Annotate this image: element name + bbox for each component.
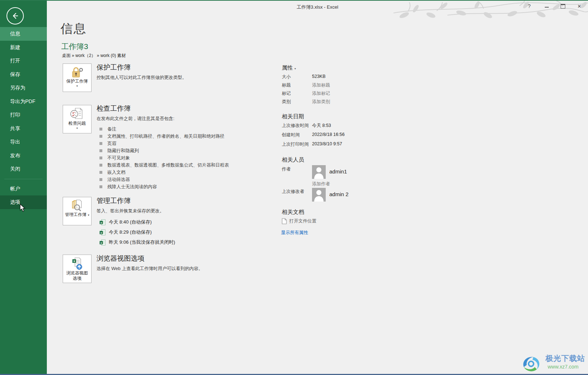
version-label: 昨天 9:06 (当我没保存就关闭时) <box>109 239 175 246</box>
related-people-label: 相关人员 <box>282 156 304 163</box>
list-item: 活动筛选器 <box>97 176 298 183</box>
list-item: 嵌入文档 <box>97 169 298 176</box>
protect-section-desc: 控制其他人可以对此工作簿所做的更改类型。 <box>97 75 284 81</box>
related-people-header: 相关人员 <box>282 156 304 164</box>
avatar <box>312 188 326 202</box>
back-arrow-icon <box>12 12 19 19</box>
property-label: 类别 <box>282 99 291 104</box>
related-documents-header: 相关文档 <box>282 208 304 216</box>
excel-file-icon: x <box>99 239 106 246</box>
list-item-label: 文档属性、打印机路径、作者的姓名、相关日期和绝对路径 <box>107 133 224 140</box>
list-item: 文档属性、打印机路径、作者的姓名、相关日期和绝对路径 <box>97 133 298 140</box>
document-icon <box>282 218 287 224</box>
workbook-name: 工作簿3 <box>61 41 88 52</box>
sidebar-item-export[interactable]: 导出 <box>0 135 47 149</box>
sidebar-item-save-as[interactable]: 另存为 <box>0 81 47 95</box>
minimize-button[interactable] <box>541 1 552 11</box>
sidebar-item-save[interactable]: 保存 <box>0 68 47 81</box>
author-label-text: 作者 <box>282 167 291 172</box>
date-row: 上次打印时间 2023/8/10 9:57 <box>282 141 309 147</box>
maximize-icon <box>561 4 565 9</box>
modifier-label: 上次修改者 <box>282 189 304 195</box>
bullet-square-icon <box>99 185 102 188</box>
sidebar-item-publish[interactable]: 发布 <box>0 149 47 163</box>
dropdown-icon: ▾ <box>294 67 296 70</box>
show-all-properties-link[interactable]: 显示所有属性 <box>281 230 308 236</box>
inspect-section-desc: 在发布此文件之前，请注意其是否包含: <box>97 116 298 122</box>
browser-view-section-title: 浏览器视图选项 <box>97 254 298 263</box>
sidebar-item-info[interactable]: 信息 <box>0 27 47 41</box>
property-row: 大小 523KB <box>282 74 291 80</box>
manage-versions-icon <box>69 199 85 212</box>
sidebar-item-account[interactable]: 帐户 <box>0 182 47 196</box>
close-button[interactable]: ✕ <box>574 1 585 11</box>
date-label: 上次打印时间 <box>282 142 309 147</box>
list-item: 备注 <box>97 125 298 133</box>
svg-text:x: x <box>101 231 102 234</box>
list-item: 隐藏行和隐藏列 <box>97 147 298 154</box>
manage-workbook-button[interactable]: 管理工作簿 ▾ <box>63 197 92 225</box>
watermark: 极光下载站 www.xz7.com <box>521 353 585 373</box>
watermark-site-name: 极光下载站 <box>545 353 585 363</box>
person-silhouette-icon <box>312 188 326 202</box>
sidebar-item-export-pdf[interactable]: 导出为PDF <box>0 95 47 109</box>
open-file-location-link[interactable]: 打开文件位置 <box>282 218 316 224</box>
author-name[interactable]: admin1 <box>329 168 347 175</box>
version-item[interactable]: x 昨天 9:06 (当我没保存就关闭时) <box>97 237 298 247</box>
protect-workbook-button[interactable]: 保护工作簿 ▾ <box>63 63 92 92</box>
property-label: 标题 <box>282 83 291 88</box>
minimize-icon <box>545 7 549 8</box>
properties-header[interactable]: 属性 ▾ <box>282 64 296 72</box>
bullet-square-icon <box>99 128 102 131</box>
bullet-square-icon <box>99 164 102 167</box>
back-button[interactable] <box>6 7 24 25</box>
sidebar-item-new[interactable]: 新建 <box>0 41 47 54</box>
version-label: 今天 8:29 (自动保存) <box>109 229 152 235</box>
bullet-square-icon <box>99 142 102 145</box>
sidebar-item-print[interactable]: 打印 <box>0 108 47 122</box>
dropdown-icon: ▾ <box>76 84 78 88</box>
check-issues-button[interactable]: 检查问题 ▾ <box>63 105 92 133</box>
sidebar-divider <box>4 179 43 179</box>
manage-button-label: 管理工作簿 ▾ <box>65 212 89 217</box>
list-item-label: 页眉 <box>107 141 116 147</box>
help-button[interactable]: ? <box>524 1 535 11</box>
related-dates-label: 相关日期 <box>282 113 304 119</box>
list-item: 不可见对象 <box>97 154 298 162</box>
person-silhouette-icon <box>312 165 326 179</box>
modifier-name[interactable]: admin 2 <box>329 191 348 197</box>
version-item[interactable]: x 今天 8:40 (自动保存) <box>97 217 298 227</box>
bullet-square-icon <box>99 156 102 159</box>
property-label: 标记 <box>282 91 291 96</box>
author-label: 作者 <box>282 166 291 172</box>
list-item-label: 数据透视表、数据透视图、多维数据集公式、切片器和日程表 <box>107 162 229 168</box>
dropdown-icon: ▾ <box>88 213 89 217</box>
property-value-placeholder[interactable]: 添加标记 <box>312 91 330 97</box>
property-value: 523KB <box>312 74 326 79</box>
date-label: 创建时间 <box>282 132 300 137</box>
sidebar-item-open[interactable]: 打开 <box>0 54 47 68</box>
svg-text:x: x <box>101 241 102 244</box>
property-row: 标记 添加标记 <box>282 91 291 97</box>
maximize-button[interactable] <box>557 1 569 11</box>
svg-text:x: x <box>73 259 75 263</box>
svg-text:x: x <box>101 221 102 224</box>
version-item[interactable]: x 今天 8:29 (自动保存) <box>97 227 298 237</box>
list-item: 残障人士无法阅读的内容 <box>97 183 298 190</box>
sidebar-item-share[interactable]: 共享 <box>0 122 47 136</box>
browser-view-icon: x <box>69 257 85 270</box>
property-value-placeholder[interactable]: 添加类别 <box>312 99 330 105</box>
browser-view-options-button[interactable]: x 浏览器视图选项 <box>63 255 92 283</box>
sidebar-item-close[interactable]: 关闭 <box>0 162 47 176</box>
date-value: 今天 8:53 <box>312 123 331 129</box>
version-history-list: x 今天 8:40 (自动保存) x 今天 8:29 (自动保存) x 昨天 9… <box>97 217 298 247</box>
property-value-placeholder[interactable]: 添加标题 <box>312 82 330 88</box>
browser-view-label: 浏览器视图选项 <box>64 270 90 281</box>
sidebar-item-options[interactable]: 选项 <box>0 195 47 209</box>
inspect-section: 检查工作簿 在发布此文件之前，请注意其是否包含: 备注 文档属性、打印机路径、作… <box>97 104 298 190</box>
property-label: 大小 <box>282 74 291 79</box>
help-icon: ? <box>528 3 531 9</box>
property-row: 类别 添加类别 <box>282 99 291 105</box>
add-author-link[interactable]: 添加作者 <box>312 181 330 187</box>
check-issues-label: 检查问题 <box>68 121 86 126</box>
